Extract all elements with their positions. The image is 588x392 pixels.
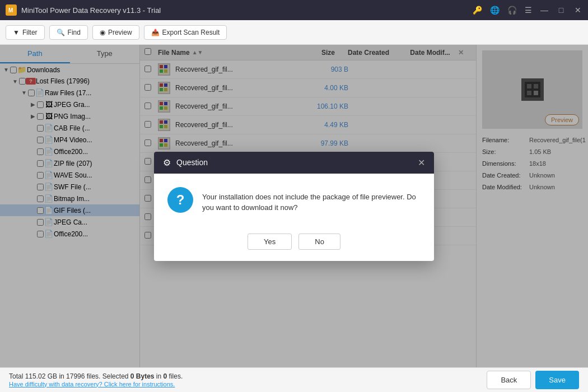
status-buttons: Back Save [487, 371, 579, 389]
selected-bytes: 0 Bytes [130, 372, 155, 380]
main-area: Path Type ▼ 📁 Downloads ▼ ? Lost Files (… [0, 45, 588, 367]
total-text: Total 115.02 GB in 17996 files. Selected [9, 372, 130, 380]
export-icon: 📤 [151, 29, 160, 36]
status-left: Total 115.02 GB in 17996 files. Selected… [9, 372, 183, 388]
preview-label: Preview [108, 29, 132, 36]
dialog-header-left: ⚙ Question [163, 157, 208, 168]
modal-overlay: ⚙ Question ✕ ? Your installation does no… [0, 45, 588, 367]
titlebar-left: M MiniTool Power Data Recovery v11.3 - T… [6, 4, 161, 16]
preview-icon: ◉ [100, 29, 105, 36]
search-icon: 🔍 [57, 29, 65, 36]
export-button[interactable]: 📤 Export Scan Result [144, 25, 227, 40]
globe-icon[interactable]: 🌐 [490, 6, 500, 15]
menu-icon[interactable]: ☰ [525, 6, 532, 15]
titlebar-icons: 🔑 🌐 🎧 ☰ — □ ✕ [473, 6, 582, 15]
app-title: MiniTool Power Data Recovery v11.3 - Tri… [21, 6, 161, 15]
question-icon: ? [167, 187, 193, 213]
dialog-message: Your installation does not include the p… [202, 187, 421, 213]
dialog-close-button[interactable]: ✕ [418, 157, 425, 168]
dialog-header: ⚙ Question ✕ [154, 152, 434, 174]
find-label: Find [68, 29, 81, 36]
headset-icon[interactable]: 🎧 [507, 6, 517, 15]
dialog-footer: Yes No [154, 227, 434, 261]
app-logo: M [6, 4, 17, 16]
titlebar: M MiniTool Power Data Recovery v11.3 - T… [0, 0, 588, 20]
toolbar: ▼ Filter 🔍 Find ◉ Preview 📤 Export Scan … [0, 20, 588, 45]
filter-button[interactable]: ▼ Filter [6, 25, 45, 40]
filter-icon: ▼ [13, 29, 20, 36]
export-label: Export Scan Result [162, 29, 220, 36]
close-button[interactable]: ✕ [573, 6, 582, 15]
dialog-body: ? Your installation does not include the… [154, 174, 434, 227]
in-text: in [155, 372, 164, 380]
find-button[interactable]: 🔍 Find [49, 25, 88, 40]
statusbar: Total 115.02 GB in 17996 files. Selected… [0, 367, 588, 392]
svg-text:M: M [8, 7, 13, 13]
files-text: files. [167, 372, 183, 380]
help-link[interactable]: Have difficulty with data recovery? Clic… [9, 381, 175, 388]
preview-button[interactable]: ◉ Preview [92, 25, 139, 40]
minimize-button[interactable]: — [540, 6, 549, 15]
back-button[interactable]: Back [487, 371, 531, 389]
status-text: Total 115.02 GB in 17996 files. Selected… [9, 372, 183, 380]
maximize-button[interactable]: □ [557, 6, 566, 15]
save-button[interactable]: Save [535, 371, 579, 389]
key-icon[interactable]: 🔑 [473, 6, 482, 15]
yes-button[interactable]: Yes [248, 234, 292, 250]
dialog-header-icon: ⚙ [163, 157, 171, 168]
question-dialog: ⚙ Question ✕ ? Your installation does no… [154, 152, 434, 261]
filter-label: Filter [22, 29, 38, 36]
no-button[interactable]: No [298, 234, 340, 250]
dialog-title: Question [176, 158, 208, 167]
